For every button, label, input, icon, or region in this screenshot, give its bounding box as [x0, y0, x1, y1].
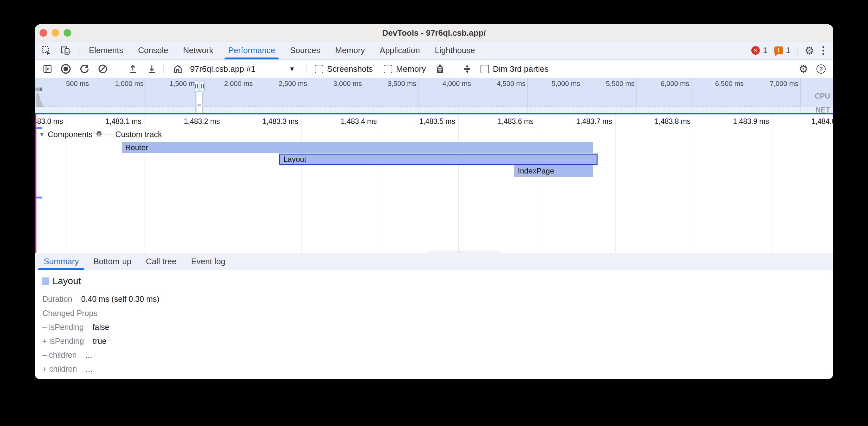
summary-row-ispending-old: – isPending false	[42, 323, 109, 332]
overview-tick: 5,500 ms	[573, 79, 634, 88]
detail-tick: 1,483.4 ms	[298, 117, 377, 126]
tab-call-tree[interactable]: Call tree	[146, 253, 177, 270]
record-and-reload-button[interactable]	[79, 64, 90, 74]
overview-tick: 500 ms	[35, 79, 89, 88]
flame-entry-layout[interactable]: Layout	[279, 154, 597, 165]
overview-tick: 6,000 ms	[628, 79, 689, 88]
row-value: ...	[85, 351, 92, 360]
home-icon[interactable]	[173, 64, 183, 74]
event-color-swatch	[42, 277, 49, 285]
track-scroll-indicator	[36, 197, 42, 198]
toggle-sidebar-icon[interactable]	[42, 64, 53, 74]
components-track-header[interactable]: ▼ Components — Custom track	[39, 130, 162, 139]
screenshots-checkbox[interactable]	[315, 65, 323, 73]
overview-tick: 1,000 ms	[82, 79, 144, 88]
flame-entry-indexpage[interactable]: IndexPage	[514, 165, 593, 177]
overview-tick: 1,500 ms	[137, 79, 198, 88]
capture-settings-gear-icon[interactable]: ⚙	[799, 64, 808, 74]
upload-profile-icon[interactable]	[128, 64, 138, 74]
row-value: false	[93, 323, 110, 332]
warning-badge-icon[interactable]: !	[774, 46, 783, 54]
tab-performance[interactable]: Performance	[228, 41, 275, 59]
overview-tick: 4,500 ms	[464, 79, 525, 88]
detail-tick: 1,483.9 ms	[690, 117, 769, 126]
tab-sources[interactable]: Sources	[290, 41, 320, 59]
track-title: Components	[48, 130, 93, 139]
row-label: – children	[42, 351, 76, 360]
memory-label[interactable]: Memory	[396, 64, 426, 74]
flame-chart[interactable]: 1,483.0 ms 1,483.1 ms 1,483.2 ms 1,483.3…	[35, 114, 833, 253]
overview-tick: 7,000 ms	[737, 79, 798, 88]
timeline-overview[interactable]: 500 ms 1,000 ms 1,500 ms 2,000 ms 2,500 …	[35, 78, 833, 113]
flame-entry-label: IndexPage	[518, 167, 554, 175]
tab-lighthouse[interactable]: Lighthouse	[435, 41, 475, 59]
net-label: NET	[815, 106, 830, 113]
clear-recording-icon[interactable]	[97, 64, 108, 74]
tab-bottom-up[interactable]: Bottom-up	[93, 253, 131, 270]
react-atom-icon	[96, 130, 102, 139]
overview-tick: 5,000 ms	[519, 79, 580, 88]
memory-checkbox[interactable]	[384, 65, 392, 73]
detail-tick: 1,483.1 ms	[62, 117, 142, 126]
selection-left-handle[interactable]	[194, 80, 199, 92]
settings-gear-icon[interactable]: ⚙	[805, 45, 814, 56]
screenshot-strip-fragment	[35, 88, 42, 91]
screenshots-label[interactable]: Screenshots	[327, 64, 373, 74]
tab-summary[interactable]: Summary	[44, 253, 79, 270]
device-toolbar-icon[interactable]	[60, 45, 71, 56]
collapse-triangle-icon[interactable]: ▼	[39, 131, 45, 138]
panel-tabs: Elements Console Network Performance Sou…	[89, 41, 475, 59]
row-label: Changed Props	[42, 309, 97, 318]
inspect-element-icon[interactable]	[41, 45, 52, 56]
error-badge-icon[interactable]: ✕	[751, 46, 760, 55]
summary-row-children-new: + children ...	[42, 364, 92, 373]
divider	[79, 46, 80, 55]
selection-window[interactable]	[195, 92, 204, 113]
kebab-menu-icon[interactable]	[821, 45, 826, 56]
track-subtitle: — Custom track	[105, 130, 162, 139]
detail-tick: 1,484.0 ms	[768, 117, 833, 126]
target-select-value: 97r6ql.csb.app #1	[190, 64, 256, 74]
divider	[454, 64, 454, 74]
tab-elements[interactable]: Elements	[89, 41, 123, 59]
error-count[interactable]: 1	[763, 46, 767, 55]
details-tabbar: Summary Bottom-up Call tree Event log	[35, 253, 833, 270]
flame-entry-label: Layout	[283, 155, 306, 163]
network-activity-line	[36, 106, 800, 106]
tab-application[interactable]: Application	[380, 41, 420, 59]
flame-entry-router[interactable]: Router	[122, 142, 593, 153]
record-button[interactable]	[60, 63, 71, 74]
divider	[307, 64, 307, 74]
custom-track-marker-line	[35, 114, 36, 253]
detail-tick: 1,483.5 ms	[376, 117, 455, 126]
row-value: ...	[86, 364, 92, 373]
summary-pane: Layout Duration 0.40 ms (self 0.30 ms) C…	[35, 270, 833, 379]
summary-row-changed-props: Changed Props	[42, 309, 106, 318]
overview-tick: 4,000 ms	[410, 79, 471, 88]
download-profile-icon[interactable]	[147, 64, 157, 74]
shortcuts-dialog-icon[interactable]	[462, 64, 472, 74]
row-value: true	[93, 336, 106, 346]
detail-gridline	[537, 114, 537, 253]
detail-gridline	[458, 114, 459, 253]
overview-tick: 6,500 ms	[682, 79, 744, 88]
tab-memory[interactable]: Memory	[335, 41, 365, 59]
chevron-down-icon: ▼	[289, 65, 295, 73]
tab-network[interactable]: Network	[183, 41, 213, 59]
detail-gridline	[302, 114, 302, 253]
cpu-activity-shape	[36, 92, 44, 107]
target-select[interactable]: 97r6ql.csb.app #1 ▼	[190, 64, 295, 74]
warning-count[interactable]: 1	[786, 46, 790, 55]
help-icon[interactable]: ?	[816, 64, 826, 74]
tab-event-log[interactable]: Event log	[191, 253, 225, 270]
tab-console[interactable]: Console	[138, 41, 168, 59]
devtools-window: DevTools - 97r6ql.csb.app/ Elements C	[35, 24, 833, 379]
flame-entry-label: Router	[125, 143, 148, 152]
performance-toolbar: 97r6ql.csb.app #1 ▼ Screenshots Memory	[35, 60, 833, 78]
detail-tick: 1,483.6 ms	[455, 117, 534, 126]
collect-garbage-icon[interactable]	[435, 64, 445, 74]
selection-right-handle[interactable]	[199, 80, 205, 92]
detail-tick: 1,483.2 ms	[141, 117, 220, 126]
dim-3rd-parties-checkbox[interactable]	[480, 65, 489, 73]
dim-3rd-parties-label[interactable]: Dim 3rd parties	[493, 64, 549, 74]
